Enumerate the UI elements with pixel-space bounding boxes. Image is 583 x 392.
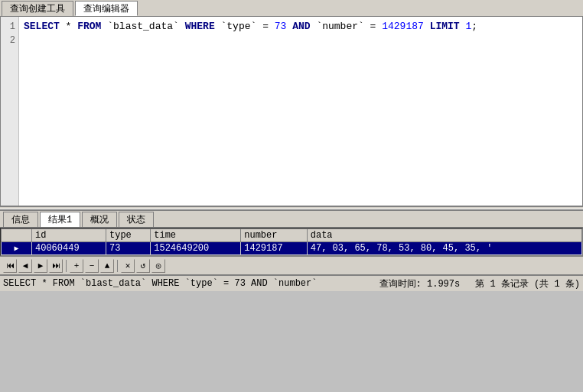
refresh-button[interactable]: ↺ <box>136 259 150 273</box>
tab-query-editor[interactable]: 查询编辑器 <box>75 1 138 16</box>
data-table: id type time number data 40060449 73 152… <box>1 228 582 255</box>
tab-status[interactable]: 状态 <box>119 212 154 227</box>
remove-button[interactable]: − <box>85 259 99 273</box>
tab-info[interactable]: 信息 <box>3 212 38 227</box>
cell-time: 1524649200 <box>151 242 241 255</box>
first-button[interactable]: ⏮ <box>3 259 17 273</box>
next-button[interactable]: ▶ <box>34 259 47 273</box>
prev-button[interactable]: ◀ <box>18 259 32 273</box>
add-button[interactable]: + <box>70 259 83 273</box>
status-bar: SELECT * FROM `blast_data` WHERE `type` … <box>0 274 583 291</box>
cell-number: 1429187 <box>241 242 308 255</box>
tab-query-builder[interactable]: 查询创建工具 <box>2 1 73 16</box>
cell-type: 73 <box>106 242 151 255</box>
status-record-count: 第 1 条记录 (共 1 条) <box>475 277 580 290</box>
data-table-container[interactable]: id type time number data 40060449 73 152… <box>0 228 583 256</box>
results-panel: 信息 结果1 概况 状态 id type time number data <box>0 209 583 274</box>
col-time[interactable]: time <box>151 229 241 242</box>
sql-editor[interactable]: 1 2 SELECT * FROM `blast_data` WHERE `ty… <box>0 17 583 206</box>
nav-toolbar: ⏮ ◀ ▶ ⏭ + − ▲ ✕ ↺ ◎ <box>0 256 583 274</box>
col-type[interactable]: type <box>106 229 151 242</box>
cell-data: 47, 03, 65, 78, 53, 80, 45, 35, ' <box>307 242 581 255</box>
last-button[interactable]: ⏭ <box>49 259 63 273</box>
tab-result1[interactable]: 结果1 <box>40 212 80 227</box>
col-id[interactable]: id <box>32 229 106 242</box>
cancel-button[interactable]: ✕ <box>121 259 135 273</box>
line-numbers: 1 2 <box>1 17 19 206</box>
status-query-text: SELECT * FROM `blast_data` WHERE `type` … <box>3 278 364 289</box>
toolbar-sep-2 <box>117 260 118 272</box>
table-row[interactable]: 40060449 73 1524649200 1429187 47, 03, 6… <box>2 242 582 255</box>
toolbar-sep-1 <box>66 260 67 272</box>
status-query-time: 查询时间: 1.997s <box>364 277 476 290</box>
col-data[interactable]: data <box>307 229 581 242</box>
indicator-header <box>2 229 32 242</box>
result-tab-bar: 信息 结果1 概况 状态 <box>0 211 583 228</box>
tab-overview[interactable]: 概况 <box>82 212 117 227</box>
row-indicator <box>2 242 32 255</box>
cell-id: 40060449 <box>32 242 106 255</box>
up-button[interactable]: ▲ <box>100 259 114 273</box>
info-button[interactable]: ◎ <box>151 259 165 273</box>
tab-bar: 查询创建工具 查询编辑器 <box>0 0 583 17</box>
col-number[interactable]: number <box>241 229 308 242</box>
sql-content[interactable]: SELECT * FROM `blast_data` WHERE `type` … <box>19 17 582 206</box>
